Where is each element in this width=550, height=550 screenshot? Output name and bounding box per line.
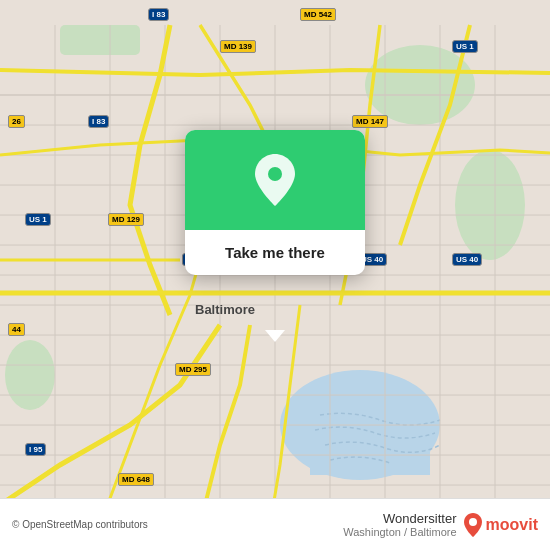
svg-rect-4 (60, 25, 140, 55)
city-label-baltimore: Baltimore (195, 302, 255, 317)
road-sign-us1-top: US 1 (452, 40, 478, 53)
road-sign-i83-top: I 83 (148, 8, 169, 21)
app-name: Wondersitter (343, 511, 456, 526)
popup-button-text: Take me there (225, 244, 325, 261)
road-sign-us1-left: US 1 (25, 213, 51, 226)
road-sign-26: 26 (8, 115, 25, 128)
popup-header (185, 130, 365, 230)
road-sign-md147: MD 147 (352, 115, 388, 128)
road-sign-md542: MD 542 (300, 8, 336, 21)
road-sign-us40-far: US 40 (452, 253, 482, 266)
road-sign-md648: MD 648 (118, 473, 154, 486)
road-sign-i83-mid: I 83 (88, 115, 109, 128)
svg-point-1 (365, 45, 475, 125)
popup-card: Take me there (185, 130, 365, 275)
svg-point-32 (268, 167, 282, 181)
bottom-bar: © OpenStreetMap contributors Wondersitte… (0, 498, 550, 550)
osm-copyright: © OpenStreetMap contributors (12, 519, 343, 530)
app-info: Wondersitter Washington / Baltimore moov… (343, 511, 538, 538)
moovit-text: moovit (486, 516, 538, 534)
road-sign-md295: MD 295 (175, 363, 211, 376)
moovit-pin-icon (463, 512, 483, 538)
road-sign-md139: MD 139 (220, 40, 256, 53)
road-sign-md129: MD 129 (108, 213, 144, 226)
popup-arrow (265, 330, 285, 342)
road-sign-i95: I 95 (25, 443, 46, 456)
map-container: I 83 MD 542 MD 139 US 1 26 I 83 MD 147 U… (0, 0, 550, 550)
take-me-there-button[interactable]: Take me there (185, 230, 365, 275)
app-location: Washington / Baltimore (343, 526, 456, 538)
svg-rect-6 (310, 405, 430, 475)
road-sign-44: 44 (8, 323, 25, 336)
svg-point-2 (455, 150, 525, 260)
moovit-logo: moovit (463, 512, 538, 538)
svg-point-33 (469, 518, 477, 526)
svg-point-3 (5, 340, 55, 410)
location-pin-icon (252, 152, 298, 208)
